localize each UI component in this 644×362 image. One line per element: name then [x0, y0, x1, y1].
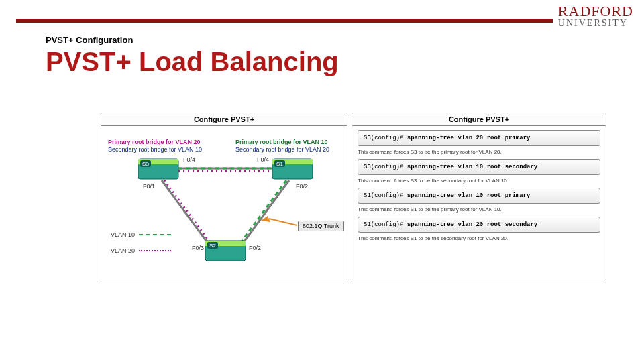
cmd-box-3: S1(config)# spanning-tree vlan 20 root s…	[358, 217, 600, 233]
legend-vlan10-swatch	[139, 234, 171, 235]
cmd-box-0: S3(config)# spanning-tree vlan 20 root p…	[358, 130, 600, 146]
svg-line-7	[269, 219, 297, 225]
cmd-explain-0: This command forces S3 to be the primary…	[358, 149, 600, 155]
brand-logo: RADFORD UNIVERSITY	[558, 4, 633, 28]
header-rule	[16, 19, 553, 23]
legend-vlan10: VLAN 10	[111, 231, 171, 238]
cmd-prompt: S1(config)#	[364, 221, 407, 228]
cmd-prompt: S3(config)#	[364, 164, 407, 170]
port-f04-left: F0/4	[183, 156, 195, 163]
svg-text:S1: S1	[276, 161, 283, 167]
diagram-header: Configure PVST+	[101, 113, 347, 126]
cmd-box-1: S3(config)# spanning-tree vlan 10 root s…	[358, 159, 600, 175]
switch-s3: S3	[138, 159, 178, 179]
svg-line-3	[162, 180, 212, 249]
content-row: Configure PVST+ Primary root bridge for …	[101, 113, 606, 280]
trunk-badge: 802.1Q Trunk	[298, 221, 344, 231]
svg-text:S2: S2	[209, 243, 216, 249]
cmd-explain-1: This command forces S3 to be the seconda…	[358, 178, 600, 184]
slide-subtitle: PVST+ Configuration	[46, 35, 133, 45]
port-f03: F0/3	[192, 245, 204, 251]
cmd-box-2: S1(config)# spanning-tree vlan 10 root p…	[358, 188, 600, 204]
switch-s2: S2	[205, 241, 246, 261]
legend-vlan20-swatch	[139, 250, 171, 251]
brand-line2: UNIVERSITY	[558, 19, 633, 28]
cmd-prompt: S3(config)#	[364, 135, 407, 141]
legend-vlan20-label: VLAN 20	[111, 247, 135, 254]
cmd-explain-2: This command forces S1 to be the primary…	[358, 206, 600, 213]
commands-header: Configure PVST+	[352, 113, 606, 126]
legend-vlan10-label: VLAN 10	[111, 231, 135, 238]
brand-line1: RADFORD	[558, 4, 633, 19]
diagram-panel: Configure PVST+ Primary root bridge for …	[101, 113, 347, 280]
legend-vlan20: VLAN 20	[111, 247, 171, 254]
cmd-prompt: S1(config)#	[364, 192, 407, 199]
svg-line-6	[236, 180, 286, 249]
port-f01: F0/1	[143, 183, 155, 190]
svg-line-5	[239, 180, 289, 249]
topology-svg: S3 S1 S2	[101, 128, 347, 281]
commands-body: S3(config)# spanning-tree vlan 20 root p…	[352, 126, 606, 247]
cmd-text: spanning-tree vlan 20 root secondary	[407, 221, 537, 228]
cmd-text: spanning-tree vlan 10 root primary	[407, 192, 531, 199]
port-f02-bot: F0/2	[249, 245, 261, 251]
svg-line-4	[164, 180, 215, 249]
switch-s1: S1	[272, 159, 313, 179]
cmd-text: spanning-tree vlan 10 root secondary	[407, 164, 537, 170]
slide-title: PVST+ Load Balancing	[46, 47, 339, 77]
cmd-text: spanning-tree vlan 20 root primary	[407, 135, 531, 141]
port-f02-top: F0/2	[296, 183, 308, 190]
commands-panel: Configure PVST+ S3(config)# spanning-tre…	[352, 113, 606, 280]
svg-text:S3: S3	[142, 161, 149, 167]
port-f04-right: F0/4	[257, 156, 269, 163]
cmd-explain-3: This command forces S1 to be the seconda…	[358, 235, 600, 241]
